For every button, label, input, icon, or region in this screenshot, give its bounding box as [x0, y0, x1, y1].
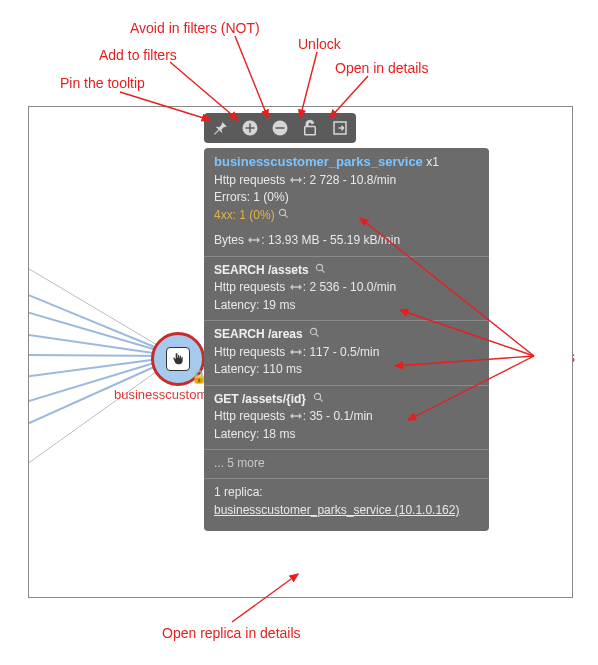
endpoint-block: GET /assets/{id} Http requests : 35 - 0.… [204, 385, 489, 449]
bidir-arrow-icon [290, 344, 302, 361]
svg-line-0 [29, 257, 174, 355]
endpoint-title: SEARCH /areas [214, 327, 303, 341]
unlock-button[interactable] [298, 116, 322, 140]
magnifier-icon[interactable] [309, 326, 320, 343]
endpoint-title: SEARCH /assets [214, 263, 309, 277]
svg-line-20 [316, 334, 319, 337]
svg-point-17 [317, 264, 323, 270]
endpoint-http: Http requests : 2 536 - 10.0/min [214, 279, 479, 297]
summary-http: Http requests : 2 728 - 10.8/min [214, 172, 479, 190]
svg-rect-11 [246, 127, 255, 129]
unlock-icon [301, 119, 319, 137]
endpoint-http: Http requests : 35 - 0.1/min [214, 408, 479, 426]
endpoint-latency: Latency: 110 ms [214, 361, 479, 378]
more-endpoints[interactable]: ... 5 more [214, 455, 479, 472]
anno-unlock: Unlock [298, 36, 341, 52]
tooltip-multiplier: x1 [426, 155, 439, 169]
endpoint-http: Http requests : 117 - 0.5/min [214, 344, 479, 362]
bidir-arrow-icon [290, 279, 302, 296]
pin-button[interactable] [208, 116, 232, 140]
anno-open-replica: Open replica in details [162, 625, 301, 641]
anno-open-details: Open in details [335, 60, 428, 76]
svg-point-15 [279, 209, 285, 215]
bidir-arrow-icon [248, 232, 260, 249]
plus-circle-icon [241, 119, 259, 137]
avoid-filter-button[interactable] [268, 116, 292, 140]
magnifier-icon[interactable] [315, 262, 326, 279]
bidir-arrow-icon [290, 172, 302, 189]
minus-circle-icon [271, 119, 289, 137]
pin-icon [211, 119, 229, 137]
svg-line-18 [322, 270, 325, 273]
svg-line-22 [320, 399, 323, 402]
anno-add: Add to filters [99, 47, 177, 63]
summary-bytes: Bytes : 13.93 MB - 55.19 kB/min [214, 232, 479, 250]
svg-point-21 [314, 393, 320, 399]
tooltip-title: businesscustomer_parks_service [214, 154, 423, 169]
endpoint-title: GET /assets/{id} [214, 392, 306, 406]
open-details-button[interactable] [328, 116, 352, 140]
summary-errors: Errors: 1 (0%) [214, 189, 479, 206]
service-tooltip: businesscustomer_parks_service x1 Http r… [204, 148, 489, 531]
summary-4xx: 4xx: 1 (0%) [214, 208, 275, 222]
anno-avoid: Avoid in filters (NOT) [130, 20, 260, 36]
screenshot-frame: 🔒 businesscustomer_pa businesscustomer_p… [28, 106, 573, 598]
bidir-arrow-icon [290, 408, 302, 425]
replica-link[interactable]: businesscustomer_parks_service (10.1.0.1… [214, 503, 459, 517]
svg-rect-13 [276, 127, 285, 129]
svg-point-19 [311, 329, 317, 335]
endpoint-block: SEARCH /areas Http requests : 117 - 0.5/… [204, 320, 489, 384]
endpoint-latency: Latency: 19 ms [214, 297, 479, 314]
replica-label: 1 replica: [214, 484, 479, 501]
svg-line-2 [29, 287, 174, 355]
magnifier-icon[interactable] [278, 207, 289, 224]
open-in-icon [331, 119, 349, 137]
anno-pin: Pin the tooltip [60, 75, 145, 91]
tooltip-toolbar [204, 113, 356, 143]
magnifier-icon[interactable] [313, 391, 324, 408]
svg-line-16 [285, 215, 288, 218]
add-filter-button[interactable] [238, 116, 262, 140]
pointer-cursor-icon [166, 347, 190, 371]
svg-line-1 [29, 359, 174, 477]
endpoint-block: SEARCH /assets Http requests : 2 536 - 1… [204, 256, 489, 320]
endpoint-latency: Latency: 18 ms [214, 426, 479, 443]
